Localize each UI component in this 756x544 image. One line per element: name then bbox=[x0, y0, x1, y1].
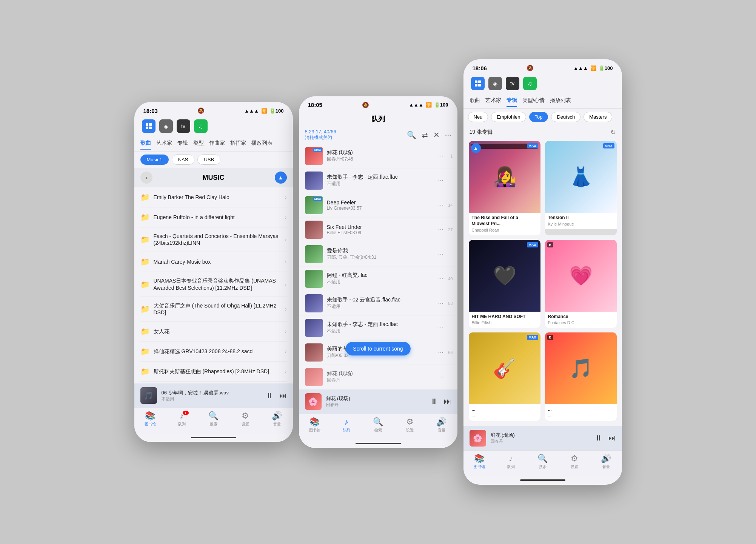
tab-search-1[interactable]: 🔍 搜索 bbox=[198, 411, 229, 427]
list-item[interactable]: 📁 Emily Barker The Red Clay Halo › bbox=[140, 187, 287, 207]
list-item[interactable]: 📁 大贺音乐厅之声 (The Sound of Ohga Hall) [11.2… bbox=[140, 297, 287, 321]
list-item[interactable]: Six Feet Under Billie Eilish•03:09 ··· 2… bbox=[299, 218, 457, 242]
nav-tab-conductor-1[interactable]: 指挥家 bbox=[230, 138, 246, 150]
nav-tab-songs-3[interactable]: 歌曲 bbox=[470, 95, 480, 107]
source-tab-usb[interactable]: USB bbox=[197, 155, 220, 165]
library-app-icon-3[interactable] bbox=[471, 77, 485, 90]
album-card[interactable]: 🎸 MAX ... ... bbox=[469, 332, 540, 421]
list-item[interactable]: 未知歌手 - 李志 - 定西.flac.flac 不适用 ··· bbox=[299, 168, 457, 193]
tv-app-icon[interactable]: tv bbox=[177, 119, 190, 133]
list-item[interactable]: 爱是你我 刀郎, 云朵, 王瀚仪•04:31 ··· bbox=[299, 242, 457, 267]
list-item[interactable]: 未知歌手 - 02 云宫迅音.flac.flac 不适用 ··· 53 bbox=[299, 291, 457, 316]
list-item[interactable]: MAX Deep Feeler Liv Greene•03:57 ··· 14 bbox=[299, 193, 457, 218]
next-button-2[interactable]: ⏭ bbox=[444, 397, 451, 406]
nav-tab-types-3[interactable]: 类型/心情 bbox=[522, 95, 545, 107]
album-up-button[interactable]: ▲ bbox=[471, 143, 481, 153]
nav-tab-albums-3[interactable]: 专辑 bbox=[507, 95, 517, 107]
queue-item-more-icon[interactable]: ··· bbox=[438, 275, 443, 283]
list-item[interactable]: 📁 UNAMAS日本专业音乐录音奖获奖作品集 (UNAMAS Awarded B… bbox=[140, 272, 287, 297]
album-card[interactable]: 👗 MAX Tension II Kylie Minogue bbox=[545, 141, 617, 235]
scroll-to-current-button[interactable]: Scroll to current song bbox=[345, 342, 410, 355]
library-app-icon[interactable] bbox=[142, 119, 156, 133]
tab-library-1[interactable]: 📚 图书馆 bbox=[134, 411, 166, 427]
album-card[interactable]: 🖤 MAX HIT ME HARD AND SOFT Billie Eilish bbox=[469, 240, 540, 328]
list-item[interactable]: 📁 斯托科夫斯基狂想曲 (Rhapsodies) [2.8MHz DSD] › bbox=[140, 362, 287, 382]
list-item[interactable]: 📁 女人花 › bbox=[140, 321, 287, 342]
next-button-3[interactable]: ⏭ bbox=[608, 434, 616, 442]
checker-app-icon[interactable]: ◈ bbox=[159, 119, 173, 133]
album-info: ... ... bbox=[545, 404, 617, 421]
list-item[interactable]: 未知歌手 - 李志 - 定西.flac.flac 不适用 ··· bbox=[299, 316, 457, 340]
tab-settings-2[interactable]: ⚙ 设置 bbox=[394, 417, 426, 433]
source-tab-nas[interactable]: NAS bbox=[172, 155, 195, 165]
nav-tab-composer-1[interactable]: 作曲家 bbox=[209, 138, 225, 150]
queue-item-more-icon[interactable]: ··· bbox=[438, 176, 443, 184]
now-playing-bar-2[interactable]: 🌸 鲜花 (现场) 回春丹 ⏸ ⏭ bbox=[299, 389, 457, 414]
tab-library-2[interactable]: 📚 图书馆 bbox=[299, 417, 331, 433]
queue-item-more-icon[interactable]: ··· bbox=[438, 348, 443, 356]
shuffle-icon[interactable]: ⇄ bbox=[422, 130, 428, 139]
spotify-app-icon-3[interactable]: ♫ bbox=[523, 77, 537, 90]
queue-item-more-icon[interactable]: ··· bbox=[438, 152, 443, 160]
nav-tab-albums-1[interactable]: 专辑 bbox=[177, 138, 188, 150]
now-playing-bar-3[interactable]: 🌸 鲜花 (现场) 回春丹 ⏸ ⏭ bbox=[463, 426, 622, 450]
tab-settings-3[interactable]: ⚙ 设置 bbox=[559, 454, 590, 470]
tv-app-icon-3[interactable]: tv bbox=[506, 77, 519, 90]
tab-queue-1[interactable]: 1 ♪ 队列 bbox=[166, 411, 198, 427]
tab-library-3[interactable]: 📚 图书馆 bbox=[463, 454, 495, 470]
filter-tab-top[interactable]: Top bbox=[529, 112, 548, 122]
filter-tab-deutsch[interactable]: Deutsch bbox=[551, 112, 580, 122]
album-card[interactable]: 🎵 E ... ... bbox=[545, 332, 617, 421]
filter-tab-empfohlen[interactable]: Empfohlen bbox=[491, 112, 526, 122]
list-item[interactable]: 📁 择仙花精选 GRV10423 2008 24-88.2 sacd › bbox=[140, 342, 287, 362]
nav-tab-songs-1[interactable]: 歌曲 bbox=[140, 138, 151, 150]
spotify-app-icon[interactable]: ♫ bbox=[194, 119, 208, 133]
more-options-icon[interactable]: ··· bbox=[445, 130, 451, 139]
nav-tab-playlist-3[interactable]: 播放列表 bbox=[550, 95, 571, 107]
album-info: The Rise and Fall of a Midwest Pri... Ch… bbox=[469, 213, 540, 235]
list-item[interactable]: MAX 鲜花 (现场) 回春丹•07:45 ··· 1 bbox=[299, 144, 457, 168]
album-card[interactable]: 👩‍🎤 E MAX ▲ The Rise and Fall of a Midwe… bbox=[469, 141, 540, 235]
queue-item-more-icon[interactable]: ··· bbox=[438, 324, 443, 332]
nav-tab-artists-1[interactable]: 艺术家 bbox=[156, 138, 172, 150]
search-icon[interactable]: 🔍 bbox=[407, 130, 416, 139]
queue-item-more-icon[interactable]: ··· bbox=[438, 299, 443, 307]
list-item[interactable]: 阿鲤 - 红高粱.flac 不适用 ··· 40 bbox=[299, 267, 457, 291]
list-item[interactable]: 📁 Mariah Carey-Music box › bbox=[140, 252, 287, 272]
queue-item-more-icon[interactable]: ··· bbox=[438, 226, 443, 233]
tab-search-2[interactable]: 🔍 搜索 bbox=[362, 417, 394, 433]
tab-search-3[interactable]: 🔍 搜索 bbox=[527, 454, 559, 470]
queue-item-more-icon[interactable]: ··· bbox=[438, 201, 443, 209]
nav-tab-playlist-1[interactable]: 播放列表 bbox=[251, 138, 273, 150]
crossfade-icon[interactable]: ✕ bbox=[433, 130, 440, 139]
list-item[interactable]: 📁 Fasch - Quartets and Concertos - Ensem… bbox=[140, 227, 287, 252]
tab-volume-3[interactable]: 🔊 音量 bbox=[590, 454, 622, 470]
filter-tab-masters[interactable]: Masters bbox=[584, 112, 612, 122]
pause-button-1[interactable]: ⏸ bbox=[266, 391, 273, 400]
refresh-icon[interactable]: ↻ bbox=[610, 128, 616, 136]
back-button[interactable]: ‹ bbox=[140, 172, 152, 184]
tab-volume-2[interactable]: 🔊 音量 bbox=[426, 417, 457, 433]
pause-button-2[interactable]: ⏸ bbox=[430, 397, 438, 406]
nav-tab-types-1[interactable]: 类型 bbox=[193, 138, 204, 150]
list-item[interactable]: 📁 Eugene Ruffolo - in a different light … bbox=[140, 207, 287, 227]
checker-app-icon-3[interactable]: ◈ bbox=[488, 77, 502, 90]
list-item[interactable]: 鲜花 (现场) 回春丹 ··· bbox=[299, 365, 457, 389]
tab-settings-1[interactable]: ⚙ 设置 bbox=[229, 411, 261, 427]
tab-queue-3[interactable]: ♪ 队列 bbox=[495, 454, 527, 470]
now-playing-bar-1[interactable]: 🎵 06 少年啊，安啦！,吴俊霖.wav 不适用 ⏸ ⏭ bbox=[134, 383, 293, 408]
album-artist: ... bbox=[472, 413, 537, 418]
mute-icon-2: 🔕 bbox=[362, 102, 369, 108]
album-card[interactable]: 💗 E Romance Fontaines D.C. bbox=[545, 240, 617, 328]
queue-item-more-icon[interactable]: ··· bbox=[438, 250, 443, 258]
source-tab-music1[interactable]: Music1 bbox=[140, 155, 169, 165]
pause-button-3[interactable]: ⏸ bbox=[595, 434, 602, 442]
next-button-1[interactable]: ⏭ bbox=[279, 391, 287, 400]
nav-tab-artists-3[interactable]: 艺术家 bbox=[485, 95, 501, 107]
tab-queue-2[interactable]: ♪ 队列 bbox=[331, 417, 362, 433]
queue-item-more-icon[interactable]: ··· bbox=[438, 373, 443, 381]
scroll-up-button[interactable]: ▲ bbox=[275, 172, 287, 184]
filter-tab-neu[interactable]: Neu bbox=[468, 112, 488, 122]
tab-volume-1[interactable]: 🔊 音量 bbox=[261, 411, 293, 427]
battery-icon-1: 🔋100 bbox=[269, 108, 284, 114]
